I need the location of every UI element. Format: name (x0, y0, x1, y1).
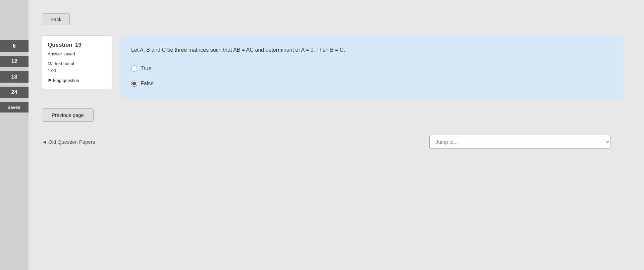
bottom-section: ◄ Old Question Papers Jump to... (42, 135, 624, 149)
flag-question-button[interactable]: ⚑ Flag question (48, 77, 107, 84)
jump-to-select[interactable]: Jump to... (429, 135, 610, 149)
option-false-label: False (141, 79, 154, 88)
sidebar-item-saved[interactable]: saved (0, 102, 29, 113)
marked-out: Marked out of 1.00 (48, 60, 107, 75)
question-info-box: Question 19 Answer saved Marked out of 1… (42, 35, 112, 89)
sidebar: 6 12 18 24 saved (0, 0, 29, 270)
previous-page-button[interactable]: Previous page (42, 108, 94, 122)
option-true-label: True (141, 64, 151, 73)
back-button[interactable]: Back (42, 13, 70, 25)
answer-options: True False (131, 64, 612, 88)
answer-saved-status: Answer saved (48, 51, 107, 58)
radio-true[interactable] (131, 65, 137, 72)
sidebar-item-12[interactable]: 12 (0, 56, 29, 67)
flag-icon: ⚑ (48, 77, 52, 84)
sidebar-item-6[interactable]: 6 (0, 40, 29, 52)
question-content-box: Let A, B and C be three matrices such th… (119, 35, 624, 98)
main-content: Back Question 19 Answer saved Marked out… (29, 0, 644, 270)
option-true[interactable]: True (131, 64, 612, 73)
question-number-value: 19 (75, 42, 82, 48)
sidebar-item-24[interactable]: 24 (0, 87, 29, 98)
question-row: Question 19 Answer saved Marked out of 1… (42, 35, 624, 98)
option-false[interactable]: False (131, 79, 612, 88)
old-question-papers-link[interactable]: ◄ Old Question Papers (42, 139, 95, 145)
question-number: Question 19 (48, 40, 107, 49)
question-text: Let A, B and C be three matrices such th… (131, 45, 612, 54)
sidebar-item-18[interactable]: 18 (0, 71, 29, 83)
radio-false[interactable] (131, 81, 137, 87)
